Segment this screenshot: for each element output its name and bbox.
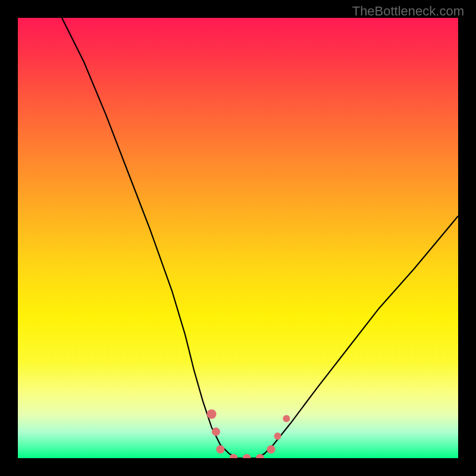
curve-marker [216,445,224,453]
bottleneck-curve [62,18,458,458]
curve-marker [212,428,220,436]
watermark-text: TheBottleneck.com [352,4,464,19]
plot-area [18,18,458,458]
curve-marker [283,415,290,422]
curve-marker [243,454,251,458]
curve-marker [274,433,281,440]
curve-markers [207,409,290,458]
curve-marker [267,445,275,453]
curve-marker [207,409,217,419]
curve-svg [18,18,458,458]
